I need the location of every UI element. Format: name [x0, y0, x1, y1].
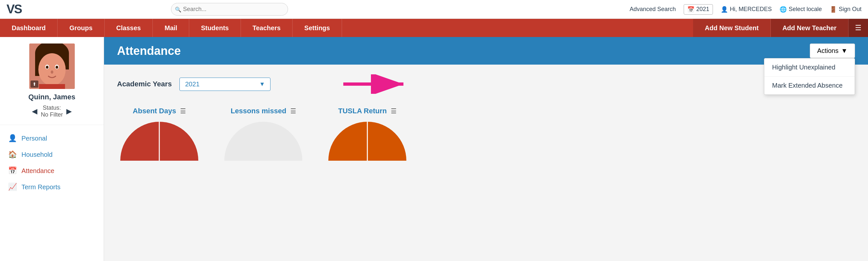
home-icon: 🏠 [8, 150, 17, 159]
svg-point-7 [46, 66, 49, 69]
tusla-return-chart: TUSLA Return ☰ [325, 107, 410, 161]
sidebar-attendance-label: Attendance [22, 167, 54, 175]
lessons-missed-chart-visual [221, 118, 306, 161]
lessons-missed-title: Lessons missed [230, 107, 286, 115]
year-select-value: 2021 [185, 80, 199, 88]
actions-dropdown-container: Actions ▼ Highlight Unexplained Mark Ext… [810, 43, 855, 58]
content-body: Academic Years 2021 ▼ [104, 65, 868, 171]
mark-extended-absence-item[interactable]: Mark Extended Absence [764, 76, 855, 95]
search-bar-container: 🔍 [171, 3, 288, 15]
actions-button[interactable]: Actions ▼ [810, 43, 855, 58]
actions-label: Actions [817, 47, 839, 54]
lessons-missed-svg [221, 118, 306, 161]
lessons-missed-chart: Lessons missed ☰ [221, 107, 306, 161]
add-new-teacher-button[interactable]: Add New Teacher [771, 19, 848, 37]
actions-chevron-icon: ▼ [841, 47, 847, 54]
lessons-missed-header: Lessons missed ☰ [230, 107, 296, 115]
top-bar: VS 🔍 Advanced Search 📅 2021 👤 Hi, MERCED… [0, 0, 868, 19]
page-title: Attendance [117, 44, 181, 58]
status-row: ◀ Status: No Filter ▶ [32, 105, 71, 118]
big-arrow-indicator [343, 74, 408, 94]
hamburger-menu-icon[interactable]: ☰ [848, 19, 868, 37]
select-locale-label: Select locale [789, 6, 822, 13]
sidebar-item-personal[interactable]: 👤 Personal [0, 130, 104, 146]
sidebar-item-household[interactable]: 🏠 Household [0, 146, 104, 163]
sidebar-household-label: Household [22, 151, 53, 158]
search-input[interactable] [171, 3, 288, 15]
year-select[interactable]: 2021 ▼ [180, 78, 271, 91]
sign-out-label: Sign Out [839, 6, 862, 13]
absent-days-chart-visual [117, 118, 202, 161]
absent-days-menu-icon[interactable]: ☰ [180, 107, 186, 115]
search-icon: 🔍 [175, 6, 181, 12]
nav-bar: Dashboard Groups Classes Mail Students T… [0, 19, 868, 37]
status-value: No Filter [41, 111, 63, 118]
year-badge-value: 2021 [696, 6, 709, 13]
sidebar: ⬆ Quinn, James ◀ Status: No Filter ▶ 👤 P… [0, 37, 104, 261]
absent-days-chart: Absent Days ☰ [117, 107, 202, 161]
tusla-return-menu-icon[interactable]: ☰ [391, 107, 397, 115]
user-icon: 👤 [721, 6, 728, 13]
nav-students[interactable]: Students [189, 19, 241, 37]
top-right-controls: Advanced Search 📅 2021 👤 Hi, MERCEDES 🌐 … [630, 4, 862, 14]
status-text: Status: No Filter [41, 105, 63, 118]
year-select-chevron-icon: ▼ [259, 81, 265, 88]
lessons-missed-menu-icon[interactable]: ☰ [290, 107, 296, 115]
calendar-icon: 📅 [687, 6, 694, 13]
absent-days-header: Absent Days ☰ [133, 107, 186, 115]
main-layout: ⬆ Quinn, James ◀ Status: No Filter ▶ 👤 P… [0, 37, 868, 261]
actions-dropdown-menu: Highlight Unexplained Mark Extended Abse… [764, 58, 855, 95]
svg-point-8 [56, 66, 58, 69]
person-icon: 👤 [8, 134, 17, 143]
student-profile: ⬆ Quinn, James ◀ Status: No Filter ▶ [0, 37, 104, 125]
hi-user-label: Hi, MERCEDES [730, 6, 772, 13]
avatar-container: ⬆ [29, 43, 75, 89]
sidebar-term-reports-label: Term Reports [22, 183, 60, 191]
upload-icon[interactable]: ⬆ [31, 80, 38, 88]
tusla-return-svg [325, 118, 410, 161]
nav-classes[interactable]: Classes [105, 19, 153, 37]
signout-icon: 🚪 [830, 6, 837, 13]
svg-point-9 [51, 70, 53, 74]
logo-vs: VS [6, 2, 22, 16]
content-header: Attendance Actions ▼ Highlight Unexplain… [104, 37, 868, 65]
hi-user: 👤 Hi, MERCEDES [721, 6, 772, 13]
academic-years-label: Academic Years [117, 80, 172, 88]
prev-student-arrow[interactable]: ◀ [32, 107, 37, 116]
nav-groups[interactable]: Groups [58, 19, 104, 37]
next-student-arrow[interactable]: ▶ [66, 107, 72, 116]
content-area: Attendance Actions ▼ Highlight Unexplain… [104, 37, 868, 261]
calendar-red-icon: 📅 [8, 166, 17, 175]
tusla-return-header: TUSLA Return ☰ [338, 107, 397, 115]
status-label: Status: [41, 105, 63, 111]
sidebar-personal-label: Personal [22, 135, 47, 142]
chart-icon: 📈 [8, 183, 17, 191]
arrow-svg [343, 74, 408, 94]
charts-row: Absent Days ☰ Less [117, 107, 855, 161]
absent-days-svg [117, 118, 202, 161]
academic-years-row: Academic Years 2021 ▼ [117, 74, 855, 94]
absent-days-title: Absent Days [133, 107, 176, 115]
tusla-return-chart-visual [325, 118, 410, 161]
sidebar-nav: 👤 Personal 🏠 Household 📅 Attendance 📈 Te… [0, 125, 104, 200]
highlight-unexplained-item[interactable]: Highlight Unexplained [764, 59, 855, 76]
select-locale-button[interactable]: 🌐 Select locale [780, 6, 822, 13]
year-badge[interactable]: 📅 2021 [684, 4, 713, 14]
add-new-student-button[interactable]: Add New Student [693, 19, 771, 37]
sign-out-button[interactable]: 🚪 Sign Out [830, 6, 862, 13]
nav-teachers[interactable]: Teachers [241, 19, 292, 37]
sidebar-item-attendance[interactable]: 📅 Attendance [0, 163, 104, 179]
tusla-return-title: TUSLA Return [338, 107, 387, 115]
advanced-search-link[interactable]: Advanced Search [630, 6, 676, 13]
logo: VS [6, 2, 36, 16]
nav-dashboard[interactable]: Dashboard [0, 19, 58, 37]
nav-mail[interactable]: Mail [153, 19, 189, 37]
svg-rect-10 [39, 84, 65, 89]
translate-icon: 🌐 [780, 6, 787, 13]
nav-settings[interactable]: Settings [292, 19, 342, 37]
student-name: Quinn, James [28, 93, 75, 101]
sidebar-item-term-reports[interactable]: 📈 Term Reports [0, 179, 104, 195]
svg-point-4 [38, 53, 66, 86]
